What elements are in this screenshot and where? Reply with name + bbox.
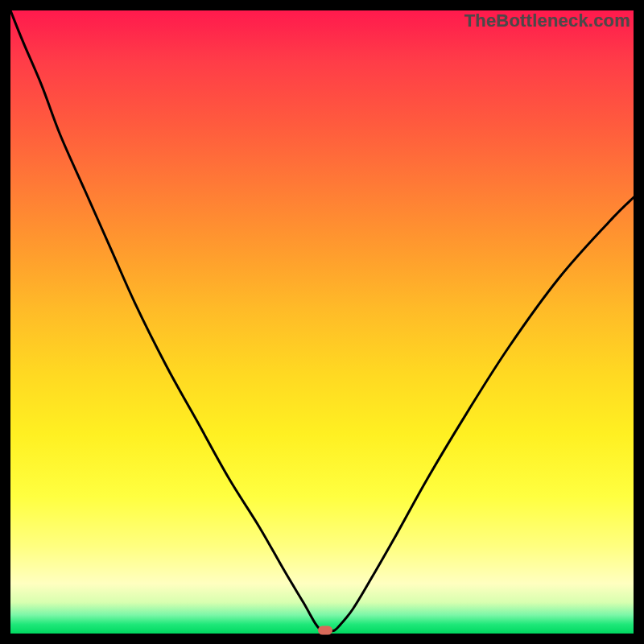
chart-frame: TheBottleneck.com (10, 10, 634, 634)
optimal-point-marker (318, 626, 332, 635)
watermark-text: TheBottleneck.com (464, 10, 630, 31)
bottleneck-curve (10, 10, 634, 634)
curve-path (10, 10, 634, 631)
